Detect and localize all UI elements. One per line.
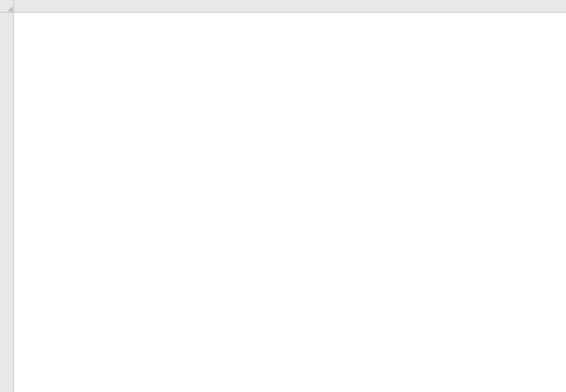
sheet-content (14, 13, 566, 392)
title-band[interactable] (14, 13, 16, 35)
select-all-triangle-icon (8, 6, 13, 11)
chart-svg (24, 256, 556, 392)
spreadsheet-window (0, 0, 566, 392)
sheet-title (14, 13, 16, 24)
budget-chart[interactable] (24, 256, 556, 392)
column-headers (14, 0, 566, 13)
row-headers (0, 13, 14, 392)
month-header-row (14, 24, 16, 35)
select-all-corner[interactable] (0, 0, 14, 13)
